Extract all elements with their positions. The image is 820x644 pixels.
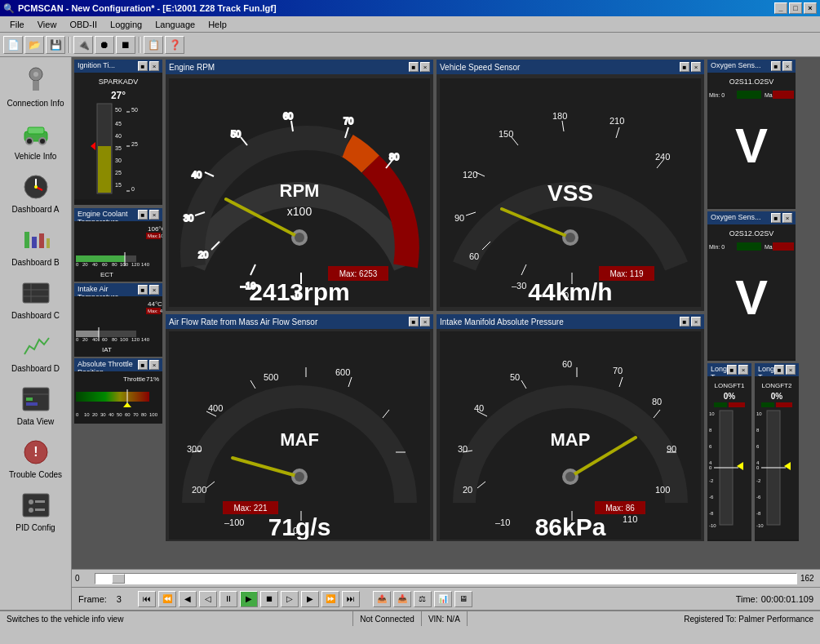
scroll-end: 162 bbox=[800, 574, 817, 583]
sidebar-label-data-view: Data View bbox=[17, 417, 54, 426]
stop[interactable]: ⏹ bbox=[260, 591, 278, 607]
sidebar-label-dashboard-b: Dashboard B bbox=[11, 258, 59, 267]
svg-text:500: 500 bbox=[264, 372, 278, 382]
svg-text:44°C: 44°C bbox=[148, 300, 162, 308]
throttle-header: Absolute Throttle Position ■ × bbox=[74, 358, 162, 371]
maf-title: Air Flow Rate from Mass Air Flow Sensor bbox=[169, 318, 317, 326]
sidebar-item-connection[interactable]: Connection Info bbox=[3, 60, 69, 112]
toolbar-record[interactable]: ⏺ bbox=[95, 36, 114, 54]
longft1-minimize[interactable]: ■ bbox=[727, 365, 737, 375]
dashboard-d-icon bbox=[20, 330, 52, 362]
vss-minimize[interactable]: ■ bbox=[680, 62, 689, 72]
menu-file[interactable]: File bbox=[3, 18, 31, 31]
sidebar-item-vehicle[interactable]: Vehicle Info bbox=[3, 113, 69, 165]
iat-title: Intake Air Temperature bbox=[78, 285, 138, 295]
ignition-close[interactable]: × bbox=[149, 61, 159, 71]
ect-close[interactable]: × bbox=[149, 210, 159, 220]
sidebar-item-data-view[interactable]: Data View bbox=[3, 379, 69, 430]
svg-text:60: 60 bbox=[102, 262, 108, 267]
menu-view[interactable]: View bbox=[31, 18, 64, 31]
toolbar-connect[interactable]: 🔌 bbox=[73, 36, 93, 54]
longft2-minimize[interactable]: ■ bbox=[774, 365, 784, 375]
o2s11-panel: Oxygen Sens... ■ × O2S11.O2SV Min: 0 bbox=[707, 59, 796, 209]
maf-gauge-svg: 0 –100 200 300 400 500 600 bbox=[169, 331, 430, 540]
close-button[interactable]: × bbox=[804, 2, 817, 14]
next-slow[interactable]: ▷ bbox=[281, 591, 299, 607]
svg-text:86kPa: 86kPa bbox=[535, 513, 606, 540]
rpm-close[interactable]: × bbox=[420, 62, 430, 72]
o2s11-close[interactable]: × bbox=[782, 61, 792, 71]
sidebar-item-dashboard-d[interactable]: Dashboard D bbox=[3, 326, 69, 377]
ect-minimize[interactable]: ■ bbox=[138, 210, 148, 220]
map-close[interactable]: × bbox=[691, 317, 701, 326]
graph-btn[interactable]: 📊 bbox=[434, 591, 452, 607]
iat-close[interactable]: × bbox=[149, 285, 159, 295]
maf-close[interactable]: × bbox=[420, 317, 430, 326]
scrollbar-track[interactable] bbox=[95, 573, 797, 584]
maximize-button[interactable]: □ bbox=[789, 2, 802, 14]
menu-help[interactable]: Help bbox=[202, 18, 233, 31]
rpm-minimize[interactable]: ■ bbox=[409, 62, 419, 72]
svg-point-144 bbox=[565, 233, 575, 242]
menu-logging[interactable]: Logging bbox=[104, 18, 148, 31]
screen-btn[interactable]: 🖥 bbox=[454, 591, 472, 607]
export-btn[interactable]: 📤 bbox=[373, 591, 391, 607]
svg-text:0%: 0% bbox=[771, 392, 783, 401]
sidebar-item-dashboard-a[interactable]: Dashboard A bbox=[3, 167, 69, 218]
trouble-codes-icon: ! bbox=[20, 436, 52, 469]
minimize-button[interactable]: _ bbox=[774, 2, 787, 14]
throttle-minimize[interactable]: ■ bbox=[138, 360, 148, 370]
map-minimize[interactable]: ■ bbox=[680, 317, 689, 326]
sidebar-item-pid-config[interactable]: PID Config bbox=[3, 485, 69, 536]
longft1-close[interactable]: × bbox=[738, 365, 748, 375]
prev-frame[interactable]: ⏪ bbox=[158, 591, 176, 607]
ignition-minimize[interactable]: ■ bbox=[138, 61, 148, 71]
next-step[interactable]: ▶ bbox=[301, 591, 319, 607]
ignition-header: Ignition Ti... ■ × bbox=[74, 60, 162, 73]
svg-rect-10 bbox=[32, 237, 37, 248]
compare-btn[interactable]: ⚖ bbox=[414, 591, 432, 607]
skip-to-end[interactable]: ⏭ bbox=[342, 591, 360, 607]
maf-minimize[interactable]: ■ bbox=[409, 317, 419, 326]
o2s12-minimize[interactable]: ■ bbox=[771, 213, 781, 223]
sidebar-item-dashboard-c[interactable]: Dashboard C bbox=[3, 273, 69, 324]
longft2-close[interactable]: × bbox=[786, 365, 796, 375]
svg-text:60: 60 bbox=[469, 251, 479, 261]
svg-text:71g/s: 71g/s bbox=[268, 513, 331, 540]
ignition-gauge-svg: SPARKADV 27° 50 45 40 35 30 25 bbox=[74, 73, 162, 199]
o2s12-close[interactable]: × bbox=[782, 213, 792, 223]
sidebar-item-trouble-codes[interactable]: ! Trouble Codes bbox=[3, 432, 69, 483]
svg-point-6 bbox=[39, 138, 46, 144]
dashboard-a-icon bbox=[20, 171, 52, 203]
import-btn[interactable]: 📥 bbox=[393, 591, 411, 607]
toolbar-stop[interactable]: ⏹ bbox=[116, 36, 135, 54]
svg-text:25: 25 bbox=[131, 141, 138, 147]
scrollbar-thumb[interactable] bbox=[112, 574, 125, 584]
skip-to-start[interactable]: ⏮ bbox=[138, 591, 156, 607]
toolbar-config[interactable]: 📋 bbox=[144, 36, 163, 54]
play[interactable]: ▶ bbox=[240, 591, 258, 607]
menu-language[interactable]: Language bbox=[148, 18, 202, 31]
connection-icon bbox=[20, 64, 52, 97]
toolbar-help[interactable]: ❓ bbox=[165, 36, 184, 54]
iat-minimize[interactable]: ■ bbox=[138, 285, 148, 295]
throttle-close[interactable]: × bbox=[149, 360, 159, 370]
content-grid: Ignition Ti... ■ × SPARKADV bbox=[72, 57, 820, 569]
toolbar-new[interactable]: 📄 bbox=[3, 36, 23, 54]
pause[interactable]: ⏸ bbox=[219, 591, 237, 607]
svg-text:40: 40 bbox=[474, 403, 484, 413]
o2s11-minimize[interactable]: ■ bbox=[771, 61, 781, 71]
next-frame[interactable]: ⏩ bbox=[321, 591, 339, 607]
svg-rect-25 bbox=[35, 500, 45, 503]
rpm-content: 0 –10 20 30 40 bbox=[166, 74, 433, 311]
status-hint: Switches to the vehicle info view bbox=[0, 611, 353, 626]
prev-step[interactable]: ◀ bbox=[179, 591, 197, 607]
prev-slow[interactable]: ◁ bbox=[199, 591, 217, 607]
svg-text:60: 60 bbox=[125, 412, 131, 417]
toolbar-save[interactable]: 💾 bbox=[46, 36, 65, 54]
toolbar-open[interactable]: 📂 bbox=[24, 36, 44, 54]
vss-close[interactable]: × bbox=[691, 62, 701, 72]
menu-obdii[interactable]: OBD-II bbox=[63, 18, 104, 31]
sidebar-item-dashboard-b[interactable]: Dashboard B bbox=[3, 220, 69, 271]
svg-text:-2: -2 bbox=[709, 478, 714, 483]
